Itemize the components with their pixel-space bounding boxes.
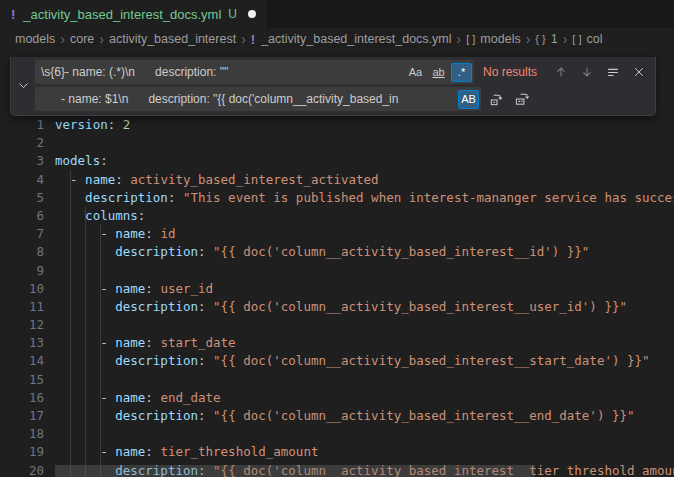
- line-number: 10: [0, 280, 44, 298]
- code-line[interactable]: [55, 316, 674, 334]
- regex-toggle[interactable]: .*: [451, 63, 472, 82]
- code-line[interactable]: description: "This event is published wh…: [55, 189, 674, 207]
- line-number: 19: [0, 443, 44, 461]
- code-line[interactable]: - name: tier_threshold_amount: [55, 443, 674, 461]
- code-token: id: [160, 226, 175, 241]
- code-token: -: [55, 335, 115, 350]
- toggle-replace-button[interactable]: [11, 60, 35, 111]
- code-token: :: [198, 353, 213, 368]
- find-replace-widget: \s{6}- name: (.*)\n description: "" Aa a…: [10, 57, 656, 116]
- code-token: :: [168, 190, 183, 205]
- replace-all-button[interactable]: [512, 89, 533, 110]
- arrow-down-icon: [580, 65, 594, 79]
- gutter: 1234567891011121314151617181920: [0, 116, 44, 477]
- find-in-selection-button[interactable]: [602, 62, 623, 83]
- line-number: 4: [0, 171, 44, 189]
- code-token: :: [100, 153, 108, 168]
- code-line[interactable]: - name: end_date: [55, 389, 674, 407]
- code-line[interactable]: - name: activity_based_interest_activate…: [55, 171, 674, 189]
- modified-dot-icon[interactable]: [248, 10, 256, 18]
- find-previous-button[interactable]: [550, 62, 571, 83]
- breadcrumb-item[interactable]: [ ]col: [572, 32, 602, 46]
- breadcrumb-item[interactable]: [ ]models: [466, 32, 520, 46]
- line-number: 1: [0, 116, 44, 134]
- code-content[interactable]: version: 2 models: - name: activity_base…: [55, 116, 674, 477]
- code-line[interactable]: description: "{{ doc('column__activity_b…: [55, 243, 674, 261]
- code-token: description: [115, 244, 198, 259]
- code-token: -: [55, 281, 115, 296]
- line-number: 18: [0, 425, 44, 443]
- code-token: :: [198, 408, 213, 423]
- line-number: 20: [0, 462, 44, 477]
- code-line[interactable]: version: 2: [55, 116, 674, 134]
- editor-pane[interactable]: \s{6}- name: (.*)\n description: "" Aa a…: [0, 50, 674, 477]
- line-number: 15: [0, 371, 44, 389]
- code-line[interactable]: description: "{{ doc('column__activity_b…: [55, 298, 674, 316]
- find-next-button[interactable]: [576, 62, 597, 83]
- breadcrumb-item[interactable]: activity_based_interest: [109, 32, 236, 46]
- line-number: 16: [0, 389, 44, 407]
- code-token: -: [55, 444, 115, 459]
- whole-word-label: ab: [432, 66, 444, 78]
- code-token: [55, 408, 115, 423]
- code-token: "{{ doc('column__activity_based_interest…: [213, 353, 650, 368]
- code-token: "{{ doc('column__activity_based_interest…: [213, 299, 627, 314]
- code-token: :: [198, 299, 213, 314]
- code-token: :: [145, 281, 160, 296]
- code-token: -: [55, 172, 85, 187]
- code-token: 2: [123, 117, 131, 132]
- line-number: 17: [0, 407, 44, 425]
- close-button[interactable]: [628, 62, 649, 83]
- code-line[interactable]: [55, 371, 674, 389]
- code-line[interactable]: columns:: [55, 207, 674, 225]
- breadcrumb-label: models: [480, 32, 520, 46]
- match-case-toggle[interactable]: Aa: [405, 63, 426, 82]
- code-token: description: [115, 353, 198, 368]
- code-line[interactable]: description: "{{ doc('column__activity_b…: [55, 352, 674, 370]
- code-token: name: [115, 335, 145, 350]
- git-status-badge: U: [228, 7, 237, 21]
- line-number: 7: [0, 225, 44, 243]
- code-token: :: [138, 208, 146, 223]
- line-number: 13: [0, 334, 44, 352]
- code-line[interactable]: [55, 425, 674, 443]
- code-token: -: [55, 390, 115, 405]
- find-input[interactable]: \s{6}- name: (.*)\n description: "" Aa a…: [35, 60, 474, 84]
- replace-button[interactable]: [486, 89, 507, 110]
- code-line[interactable]: - name: id: [55, 225, 674, 243]
- code-line[interactable]: models:: [55, 152, 674, 170]
- tab-title: _activity_based_interest_docs.yml: [23, 7, 221, 22]
- code-line[interactable]: description: "{{ doc('column__activity_b…: [55, 407, 674, 425]
- breadcrumb-separator-icon: ›: [563, 32, 568, 46]
- replace-input[interactable]: - name: $1\n description: "{{ doc('colum…: [35, 87, 481, 111]
- code-token: :: [198, 244, 213, 259]
- editor-tab[interactable]: ! _activity_based_interest_docs.yml U: [0, 0, 268, 28]
- breadcrumb-separator-icon: ›: [526, 32, 531, 46]
- code-token: description: [85, 190, 168, 205]
- code-token: models: [55, 153, 100, 168]
- breadcrumb-label: core: [70, 32, 94, 46]
- code-line[interactable]: - name: user_id: [55, 280, 674, 298]
- breadcrumb-item[interactable]: models: [15, 32, 55, 46]
- code-line[interactable]: [55, 134, 674, 152]
- preserve-case-toggle[interactable]: AB: [458, 90, 479, 109]
- line-number: 12: [0, 316, 44, 334]
- code-token: activity_based_interest_activated: [130, 172, 378, 187]
- breadcrumb-item[interactable]: core: [70, 32, 94, 46]
- breadcrumb-separator-icon: ›: [60, 32, 65, 46]
- breadcrumb-item[interactable]: !_activity_based_interest_docs.yml: [251, 32, 452, 47]
- whole-word-toggle[interactable]: ab: [428, 63, 449, 82]
- code-token: :: [108, 117, 123, 132]
- code-token: version: [55, 117, 108, 132]
- symbol-array-icon: [ ]: [466, 33, 475, 45]
- breadcrumb-separator-icon: ›: [457, 32, 462, 46]
- code-token: [55, 299, 115, 314]
- symbol-object-icon: { }: [535, 33, 545, 45]
- horizontal-scrollbar[interactable]: [55, 465, 535, 477]
- code-line[interactable]: [55, 262, 674, 280]
- code-line[interactable]: - name: start_date: [55, 334, 674, 352]
- line-number: 6: [0, 207, 44, 225]
- breadcrumb-label: 1: [551, 32, 558, 46]
- code-token: [55, 190, 85, 205]
- breadcrumb-item[interactable]: { }1: [535, 32, 557, 46]
